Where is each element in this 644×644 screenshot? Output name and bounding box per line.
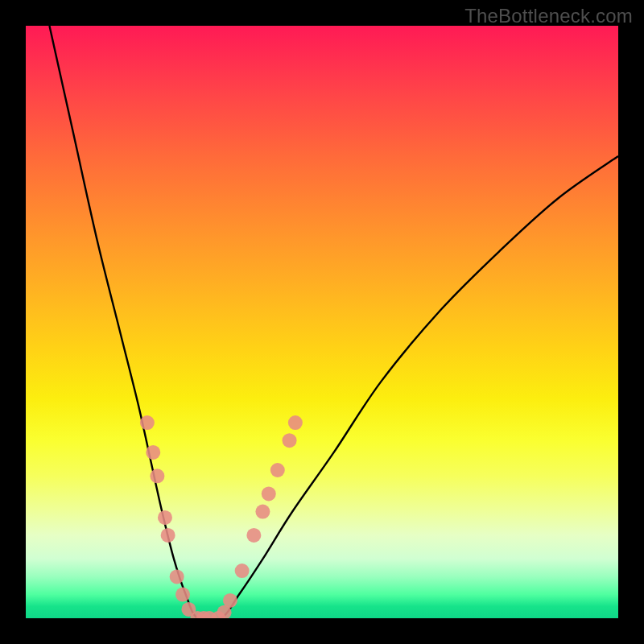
highlighted-point (161, 528, 175, 543)
highlighted-point (175, 588, 190, 602)
highlighted-points-group (140, 415, 303, 618)
bottleneck-curve (49, 26, 618, 618)
chart-svg (26, 26, 618, 618)
highlighted-point (262, 486, 276, 501)
highlighted-point (150, 469, 164, 483)
highlighted-point (223, 593, 237, 608)
highlighted-point (140, 415, 155, 430)
highlighted-point (146, 445, 160, 460)
highlighted-point (158, 510, 172, 525)
highlighted-point (255, 505, 270, 519)
highlighted-point (235, 564, 250, 578)
highlighted-point (246, 528, 261, 543)
plot-area (26, 26, 618, 618)
highlighted-point (270, 463, 285, 477)
brand-watermark: TheBottleneck.com (464, 5, 633, 27)
chart-frame: TheBottleneck.com (0, 0, 644, 644)
highlighted-point (288, 415, 303, 430)
highlighted-point (170, 569, 184, 584)
highlighted-point (283, 433, 297, 448)
curve-line (49, 26, 618, 618)
